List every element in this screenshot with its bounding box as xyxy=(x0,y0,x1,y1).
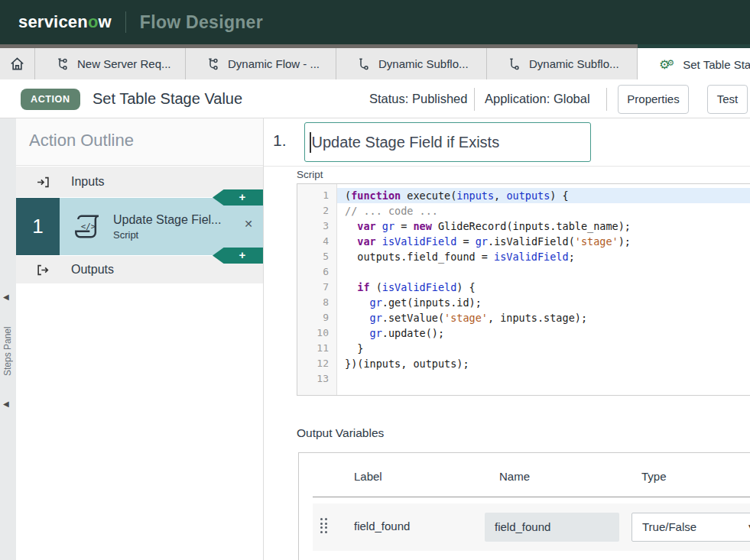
step-number-badge: 1 xyxy=(16,198,60,255)
step-title-value: Update Stage Field if Exists xyxy=(312,134,500,151)
line-number: 1 xyxy=(297,188,336,203)
header-underline xyxy=(313,497,750,497)
step-body[interactable]: </> Update Stage Fiel... Script ✕ xyxy=(60,198,263,255)
variable-name-input[interactable]: field_found xyxy=(485,513,619,542)
variable-label: field_found xyxy=(354,520,410,532)
caret-down-icon: ▼ xyxy=(747,513,750,541)
status-text: Status: Published xyxy=(369,92,467,106)
output-variables-heading: Output Variables xyxy=(297,426,384,440)
flow-designer-window: servicenow Flow Designer New Server Req.… xyxy=(0,0,750,560)
subflow-icon xyxy=(358,57,370,70)
properties-button[interactable]: Properties xyxy=(618,85,689,114)
line-number: 9 xyxy=(297,310,336,325)
script-scroll-icon: </> xyxy=(72,214,102,240)
line-number: 3 xyxy=(297,218,336,234)
gears-icon: ⚙⚙ xyxy=(659,57,674,72)
code-line-13[interactable] xyxy=(337,371,750,387)
code-line-11[interactable]: } xyxy=(337,341,750,356)
text-cursor xyxy=(310,132,311,153)
outputs-label: Outputs xyxy=(71,263,114,277)
tab-home[interactable] xyxy=(0,48,35,79)
column-header-type: Type xyxy=(641,470,667,483)
steps-panel-label: Steps Panel xyxy=(2,309,13,393)
line-number: 10 xyxy=(297,325,336,341)
code-line-10[interactable]: gr.update(); xyxy=(337,325,750,341)
application-text: Application: Global xyxy=(485,92,590,106)
app-header: servicenow Flow Designer xyxy=(0,0,750,44)
line-number: 5 xyxy=(297,249,336,264)
test-button[interactable]: Test xyxy=(707,85,748,114)
outputs-arrow-icon xyxy=(37,264,50,276)
code-line-7[interactable]: if (isValidField) { xyxy=(337,280,750,295)
inputs-arrow-icon xyxy=(37,176,50,188)
output-variable-row: field_foundfield_foundTrue/False▼ xyxy=(313,503,750,551)
line-number: 4 xyxy=(297,234,336,249)
servicenow-logo: servicenow xyxy=(18,12,112,32)
steps-panel-strip: ◀ Steps Panel ◀ xyxy=(0,118,16,560)
step-text-block: Update Stage Fiel... Script xyxy=(113,213,221,241)
code-line-1[interactable]: (function execute(inputs, outputs) { xyxy=(337,188,750,203)
drag-handle-icon[interactable] xyxy=(320,518,327,533)
column-header-name: Name xyxy=(499,470,530,483)
tab-label: Dynamic Flow - ... xyxy=(228,57,320,70)
type-value: True/False xyxy=(642,520,696,533)
action-title: Set Table Stage Value xyxy=(93,90,242,108)
action-header-bar: ACTION Set Table Stage Value Status: Pub… xyxy=(0,79,750,118)
output-variables-panel: Label Name Type field_foundfield_foundTr… xyxy=(298,452,750,560)
code-line-9[interactable]: gr.setValue('stage', inputs.stage); xyxy=(337,310,750,325)
line-number: 7 xyxy=(297,280,336,295)
column-header-label: Label xyxy=(354,470,382,483)
variable-type-select[interactable]: True/False▼ xyxy=(631,513,750,542)
subflow-icon xyxy=(508,57,521,70)
header-divider xyxy=(125,11,126,33)
action-type-badge: ACTION xyxy=(21,89,80,110)
step-title-input[interactable]: Update Stage Field if Exists xyxy=(304,122,591,162)
line-number: 2 xyxy=(297,203,336,218)
line-number: 8 xyxy=(297,295,336,310)
inputs-label: Inputs xyxy=(71,175,105,189)
code-line-6[interactable] xyxy=(337,264,750,280)
flow-icon xyxy=(207,57,219,70)
code-line-12[interactable]: })(inputs, outputs); xyxy=(337,356,750,371)
outline-step-1[interactable]: 1 </> Update Stage Fiel... Script ✕ xyxy=(16,198,263,255)
step-index-number: 1. xyxy=(273,131,287,150)
meta-divider xyxy=(606,88,607,111)
outline-heading: Action Outline xyxy=(29,131,134,151)
meta-divider xyxy=(474,88,475,111)
tab-label: Dynamic Subflo... xyxy=(378,57,469,70)
line-number: 6 xyxy=(297,264,336,280)
tab-label: Set Table Stage xyxy=(683,58,750,71)
line-number-gutter: 12345678910111213 xyxy=(297,184,337,395)
tab-new-server-req[interactable]: New Server Req... xyxy=(35,48,186,79)
step-type-label: Script xyxy=(113,229,221,241)
tab-label: New Server Req... xyxy=(77,57,171,70)
tab-dynamic-subflo[interactable]: Dynamic Subflo... xyxy=(336,48,487,79)
action-outline-panel: Action Outline Inputs 1 </> Update Stage… xyxy=(16,118,264,560)
code-line-4[interactable]: var isValidField = gr.isValidField('stag… xyxy=(337,234,750,249)
script-field-label: Script xyxy=(297,169,323,180)
section-divider xyxy=(264,166,750,167)
line-number: 13 xyxy=(297,371,336,387)
collapse-left-icon[interactable]: ◀ xyxy=(3,293,9,301)
script-code-editor[interactable]: 12345678910111213 (function execute(inpu… xyxy=(297,183,750,396)
flow-icon xyxy=(57,57,69,70)
code-line-2[interactable]: // ... code ... xyxy=(337,203,750,218)
step-title: Update Stage Fiel... xyxy=(113,213,221,227)
code-line-8[interactable]: gr.get(inputs.id); xyxy=(337,295,750,310)
product-title: Flow Designer xyxy=(140,12,263,33)
tab-set-table-stage[interactable]: ⚙⚙Set Table Stage xyxy=(638,48,750,80)
close-icon[interactable]: ✕ xyxy=(244,218,253,230)
home-icon xyxy=(10,57,24,70)
code-line-5[interactable]: outputs.field_found = isValidField; xyxy=(337,249,750,264)
tab-dynamic-flow[interactable]: Dynamic Flow - ... xyxy=(186,48,336,79)
tab-bar: New Server Req...Dynamic Flow - ...Dynam… xyxy=(0,48,750,79)
collapse-left-icon[interactable]: ◀ xyxy=(3,400,9,408)
code-line-3[interactable]: var gr = new GlideRecord(inputs.table_na… xyxy=(337,218,750,234)
svg-text:</>: </> xyxy=(81,222,96,231)
line-number: 12 xyxy=(297,356,336,371)
outline-heading-row: Action Outline xyxy=(16,118,263,166)
tab-label: Dynamic Subflo... xyxy=(529,57,619,70)
tab-dynamic-subflo[interactable]: Dynamic Subflo... xyxy=(487,48,638,79)
code-area[interactable]: (function execute(inputs, outputs) {// .… xyxy=(337,184,750,395)
line-number: 11 xyxy=(297,341,336,356)
